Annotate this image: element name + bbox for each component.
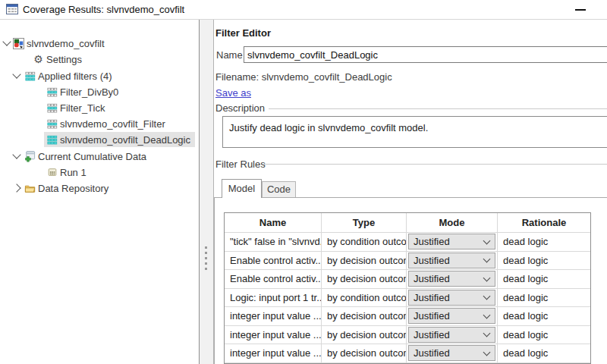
chevron-down-icon bbox=[483, 274, 491, 281]
mode-dropdown[interactable]: Justified bbox=[408, 290, 495, 306]
mode-dropdown[interactable]: Justified bbox=[408, 253, 495, 268]
filter-name-input[interactable] bbox=[244, 46, 607, 63]
filename-text: Filename: slvnvdemo_covfilt_DeadLogic bbox=[215, 71, 392, 83]
coverage-results-window: Coverage Results: slvnvdemo_covfilt slvn… bbox=[0, 0, 607, 364]
rule-rationale-cell: dead logic bbox=[498, 344, 590, 363]
rule-name-cell: "tick" false in "slvnvd... bbox=[225, 233, 322, 252]
description-label: Description bbox=[215, 102, 265, 114]
filter-editor-panel: Filter Editor Name Filename: slvnvdemo_c… bbox=[214, 20, 607, 364]
filter-rules-label: Filter Rules bbox=[215, 158, 266, 170]
run-icon bbox=[46, 166, 58, 178]
chevron-down-icon bbox=[483, 293, 491, 300]
window-title: Coverage Results: slvnvdemo_covfilt bbox=[23, 4, 184, 15]
filter-rules-table: NameTypeModeRationale"tick" false in "sl… bbox=[224, 212, 591, 364]
title-bar: Coverage Results: slvnvdemo_covfilt bbox=[0, 0, 607, 20]
tree-item-run-1[interactable]: Run 1 bbox=[0, 165, 199, 180]
rule-mode-cell: Justified bbox=[407, 252, 498, 271]
tree-item-current-cumulative-data[interactable]: Current Cumulative Data bbox=[0, 149, 199, 164]
rule-rationale-cell: dead logic bbox=[498, 307, 590, 326]
rule-name-cell: Logic: input port 1 tr... bbox=[225, 289, 322, 308]
filter-icon bbox=[46, 86, 58, 98]
rule-name-cell: Enable control activ... bbox=[225, 252, 322, 271]
rule-mode-cell: Justified bbox=[407, 307, 498, 326]
column-header-mode: Mode bbox=[407, 213, 498, 233]
rule-type-cell: by condition outcome bbox=[322, 289, 407, 308]
chevron-down-icon[interactable] bbox=[2, 37, 11, 46]
rule-type-cell: by condition outcome bbox=[322, 233, 407, 252]
rule-type-cell: by decision outcome bbox=[322, 326, 407, 345]
rule-name-cell: integer input value ... bbox=[225, 344, 322, 363]
tree-item-slvnvdemo-covfilt[interactable]: slvnvdemo_covfilt bbox=[0, 36, 199, 51]
rule-mode-cell: Justified bbox=[407, 344, 498, 363]
chevron-down-icon bbox=[483, 311, 491, 318]
simulink-model-icon bbox=[13, 37, 24, 49]
tree-item-filter-divby0[interactable]: Filter_DivBy0 bbox=[0, 84, 199, 99]
rule-rationale-cell: dead logic bbox=[498, 326, 590, 345]
cumulative-data-icon bbox=[24, 150, 36, 162]
filter-editor-title: Filter Editor bbox=[215, 27, 271, 39]
rule-mode-cell: Justified bbox=[407, 289, 498, 308]
tree-item-settings[interactable]: ⚙ Settings bbox=[0, 52, 199, 67]
chevron-down-icon bbox=[483, 348, 491, 356]
mode-dropdown[interactable]: Justified bbox=[408, 234, 495, 249]
column-header-type: Type bbox=[322, 213, 407, 233]
filter-icon bbox=[46, 118, 58, 130]
rule-mode-cell: Justified bbox=[407, 270, 498, 289]
rule-rationale-cell: dead logic bbox=[498, 270, 590, 289]
filter-active-icon bbox=[46, 133, 58, 146]
window-icon bbox=[6, 4, 18, 15]
tab-code[interactable]: Code bbox=[262, 181, 296, 197]
chevron-down-icon bbox=[483, 237, 491, 244]
filter-icon bbox=[46, 102, 58, 114]
applied-filters-icon bbox=[24, 70, 36, 82]
rule-rationale-cell: dead logic bbox=[498, 252, 590, 271]
tree-item-data-repository[interactable]: Data Repository bbox=[0, 180, 199, 196]
tree-item-applied-filters-4[interactable]: Applied filters (4) bbox=[0, 68, 199, 83]
save-as-link[interactable]: Save as bbox=[215, 87, 251, 99]
mode-dropdown[interactable]: Justified bbox=[408, 271, 495, 287]
tab-model[interactable]: Model bbox=[222, 179, 262, 198]
rule-type-cell: by decision outcome bbox=[322, 252, 407, 271]
gear-icon: ⚙ bbox=[33, 53, 44, 65]
name-label: Name bbox=[216, 49, 243, 61]
column-header-name: Name bbox=[225, 213, 322, 233]
chevron-down-icon bbox=[483, 256, 491, 263]
results-tree: slvnvdemo_covfilt ⚙ Settings Applied fil… bbox=[0, 20, 200, 364]
description-divider bbox=[269, 108, 607, 109]
tree-item-filter-tick[interactable]: Filter_Tick bbox=[0, 100, 199, 115]
rule-name-cell: integer input value ... bbox=[225, 307, 322, 326]
rule-name-cell: Enable control activ... bbox=[225, 270, 322, 289]
tree-item-slvnvdemo-covfilt-filter[interactable]: slvnvdemo_covfilt_Filter bbox=[0, 116, 199, 131]
column-header-rationale: Rationale bbox=[498, 213, 590, 233]
filter-rules-divider bbox=[264, 164, 607, 165]
splitter-grip-icon bbox=[205, 246, 207, 249]
rule-type-cell: by decision outcome bbox=[322, 270, 407, 289]
chevron-down-icon bbox=[483, 330, 491, 337]
rule-rationale-cell: dead logic bbox=[498, 289, 590, 308]
mode-dropdown[interactable]: Justified bbox=[408, 308, 495, 324]
rule-rationale-cell: dead logic bbox=[498, 233, 590, 252]
chevron-right-icon[interactable] bbox=[12, 184, 20, 192]
description-textarea[interactable]: Justify dead logic in slvnvdemo_covfilt … bbox=[222, 116, 607, 148]
rule-type-cell: by decision outcome bbox=[322, 344, 407, 363]
rule-type-cell: by decision outcome bbox=[322, 307, 407, 326]
rule-mode-cell: Justified bbox=[407, 233, 498, 252]
rule-name-cell: integer input value ... bbox=[225, 326, 322, 345]
mode-dropdown[interactable]: Justified bbox=[408, 327, 495, 343]
folder-icon bbox=[24, 182, 36, 194]
rule-mode-cell: Justified bbox=[407, 326, 498, 345]
chevron-down-icon[interactable] bbox=[12, 70, 20, 78]
panel-splitter[interactable] bbox=[200, 20, 214, 364]
mode-dropdown[interactable]: Justified bbox=[408, 345, 495, 361]
tree-item-slvnvdemo-covfilt-deadlogic[interactable]: slvnvdemo_covfilt_DeadLogic bbox=[0, 132, 199, 147]
minimize-icon bbox=[575, 9, 586, 11]
chevron-down-icon[interactable] bbox=[12, 150, 20, 158]
minimize-button[interactable] bbox=[572, 2, 589, 16]
